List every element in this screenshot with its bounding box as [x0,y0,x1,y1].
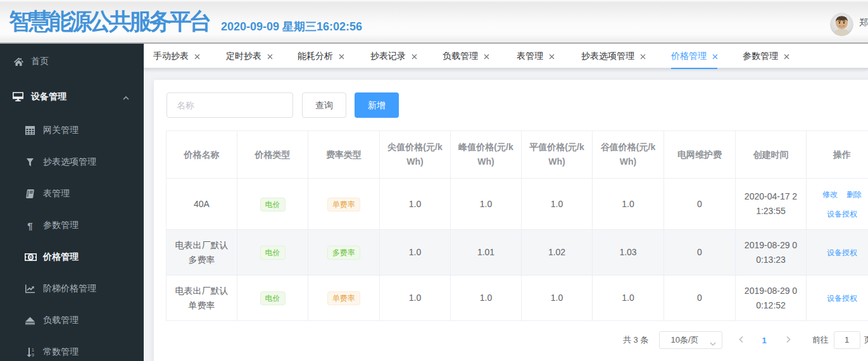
svg-text:9: 9 [32,353,34,357]
svg-text:0: 0 [29,254,32,260]
svg-text:1: 1 [32,348,34,352]
